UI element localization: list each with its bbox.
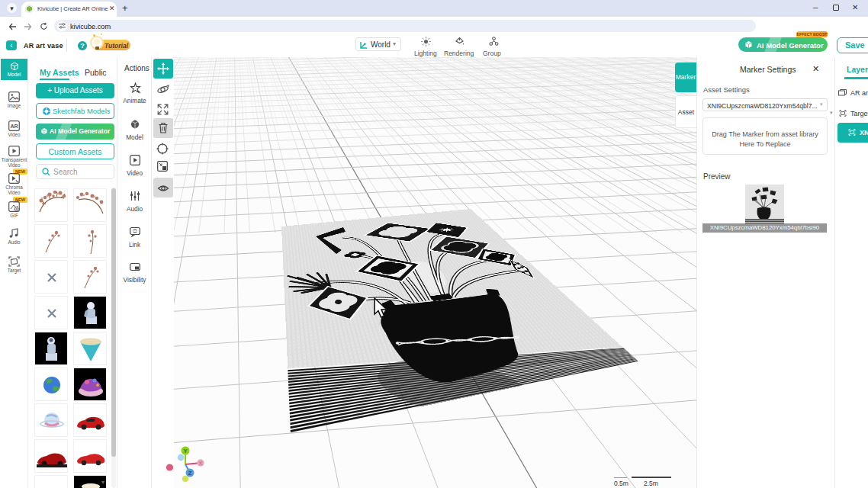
svg-text:X: X xyxy=(199,461,203,466)
svg-text:Z: Z xyxy=(188,470,192,477)
svg-text:Y: Y xyxy=(183,448,188,454)
svg-text:AR: AR xyxy=(10,124,18,129)
